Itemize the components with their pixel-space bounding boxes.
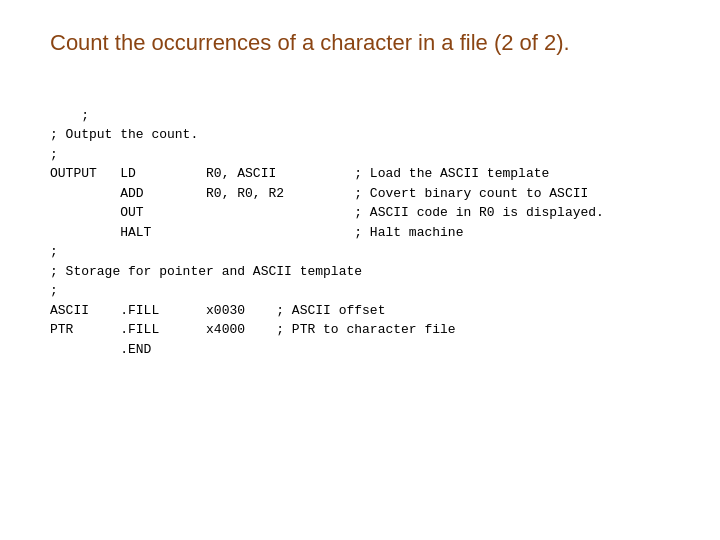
code-line-3: ; (50, 147, 58, 162)
code-line-1: ; (81, 108, 89, 123)
code-line-12: PTR .FILL x4000 ; PTR to character file (50, 322, 456, 337)
page-container: Count the occurrences of a character in … (0, 0, 720, 540)
code-line-2: ; Output the count. (50, 127, 198, 142)
code-line-13: .END (50, 342, 151, 357)
code-line-9: ; Storage for pointer and ASCII template (50, 264, 362, 279)
code-line-7: HALT ; Halt machine (50, 225, 463, 240)
code-block: ; ; Output the count. ; OUTPUT LD R0, AS… (50, 86, 670, 379)
page-title: Count the occurrences of a character in … (50, 30, 670, 56)
code-line-8: ; (50, 244, 58, 259)
code-line-5: ADD R0, R0, R2 ; Covert binary count to … (50, 186, 588, 201)
code-line-11: ASCII .FILL x0030 ; ASCII offset (50, 303, 385, 318)
code-line-6: OUT ; ASCII code in R0 is displayed. (50, 205, 604, 220)
code-line-4: OUTPUT LD R0, ASCII ; Load the ASCII tem… (50, 166, 549, 181)
code-line-10: ; (50, 283, 58, 298)
